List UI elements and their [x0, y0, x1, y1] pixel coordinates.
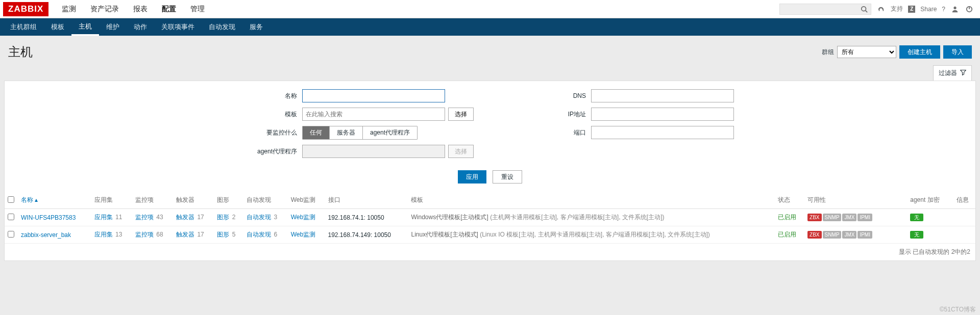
subnav-item[interactable]: 自动发现 [202, 18, 242, 36]
subnav-item[interactable]: 关联项事件 [154, 18, 202, 36]
templates-cell: Linux代理模板[主动模式] (Linux IO 模板[主动], 主机网卡通用… [408, 226, 775, 244]
col-status: 状态 [775, 192, 804, 209]
col-apps: 应用集 [91, 192, 132, 209]
topnav-item[interactable]: 配置 [155, 1, 183, 18]
avail-tag: IPMI [857, 231, 872, 239]
help-link[interactable]: ? [942, 6, 945, 13]
search-icon [860, 5, 869, 14]
power-icon[interactable] [965, 5, 974, 14]
create-host-button[interactable]: 创建主机 [899, 45, 940, 59]
topnav-item[interactable]: 报表 [126, 1, 155, 18]
subnav-item[interactable]: 主机 [71, 18, 99, 36]
group-select[interactable]: 所有 [837, 46, 896, 58]
col-name[interactable]: 名称 [21, 196, 38, 203]
cell-link[interactable]: Web监测 [291, 214, 315, 221]
avail-tag: ZBX [807, 231, 821, 239]
topnav-item[interactable]: 管理 [183, 1, 212, 18]
row-checkbox[interactable] [8, 231, 14, 238]
proxy-input [302, 145, 445, 158]
encryption-badge: 无 [910, 214, 923, 221]
templates-cell: Windows代理模板[主动模式] (主机网卡通用模板[主动], 客户端通用模板… [408, 209, 775, 226]
share-icon: Z [908, 6, 915, 13]
proxy-label: agent代理程序 [246, 147, 302, 156]
table-row: zabbix-server_bak应用集 13监控项 68触发器 17图形 5自… [5, 226, 975, 244]
port-label: 端口 [535, 128, 591, 137]
avail-tag: JMX [842, 231, 856, 239]
col-info: 信息 [953, 192, 975, 209]
filter-form: 名称 模板 选择 要监控什么 任何服务器agent代理程序 agent代理程序 … [5, 81, 975, 192]
top-bar: ZABBIX 监测资产记录报表配置管理 支持 Z Share ? [0, 0, 980, 18]
filter-tab[interactable]: 过滤器 [933, 65, 972, 81]
logo[interactable]: ZABBIX [3, 2, 48, 16]
template-select-button[interactable]: 选择 [448, 108, 474, 121]
monitor-radio-group[interactable]: 任何服务器agent代理程序 [302, 126, 418, 140]
col-encryption: agent 加密 [890, 192, 953, 209]
cell-link[interactable]: 监控项 [135, 214, 154, 221]
monitor-label: 要监控什么 [246, 128, 302, 137]
cell-link[interactable]: 触发器 [176, 214, 194, 221]
global-search[interactable] [779, 4, 871, 15]
dns-input[interactable] [591, 89, 734, 102]
host-name-link[interactable]: zabbix-server_bak [21, 231, 71, 239]
avail-tag: SNMP [823, 214, 842, 221]
cell-link[interactable]: 应用集 [94, 231, 113, 238]
filter-tab-row: 过滤器 [0, 65, 980, 81]
select-all-checkbox[interactable] [8, 196, 14, 203]
topnav-item[interactable]: 资产记录 [83, 1, 126, 18]
cell-link[interactable]: 图形 [217, 214, 229, 221]
dns-label: DNS [535, 92, 591, 99]
hosts-table: 名称 应用集 监控项 触发器 图形 自动发现 Web监测 接口 模板 状态 可用… [5, 192, 975, 244]
main-panel: 名称 模板 选择 要监控什么 任何服务器agent代理程序 agent代理程序 … [4, 81, 976, 261]
col-triggers: 触发器 [173, 192, 214, 209]
row-checkbox[interactable] [8, 214, 14, 220]
cell-link[interactable]: 图形 [217, 231, 229, 238]
template-input[interactable] [302, 108, 445, 121]
avail-tag: SNMP [823, 231, 842, 239]
col-web: Web监测 [288, 192, 325, 209]
table-row: WIN-UFS4PB37583应用集 11监控项 43触发器 17图形 2自动发… [5, 209, 975, 226]
filter-icon [960, 69, 966, 77]
cell-link[interactable]: 自动发现 [247, 231, 271, 238]
cell-link[interactable]: 触发器 [176, 231, 194, 238]
cell-link[interactable]: 自动发现 [247, 214, 271, 221]
support-link[interactable]: 支持 [891, 5, 903, 13]
monitor-option[interactable]: 服务器 [330, 126, 363, 139]
host-name-link[interactable]: WIN-UFS4PB37583 [21, 214, 76, 221]
name-input[interactable] [302, 89, 445, 102]
col-items: 监控项 [132, 192, 173, 209]
subnav-item[interactable]: 主机群组 [3, 18, 44, 36]
iface-cell: 192.168.74.1: 10050 [325, 209, 408, 226]
page-header: 主机 群组 所有 创建主机 导入 [0, 36, 980, 65]
reset-button[interactable]: 重设 [493, 170, 522, 183]
cell-link[interactable]: 监控项 [135, 231, 154, 238]
table-header-row: 名称 应用集 监控项 触发器 图形 自动发现 Web监测 接口 模板 状态 可用… [5, 192, 975, 209]
import-button[interactable]: 导入 [943, 45, 972, 59]
ip-label: IP地址 [535, 110, 591, 119]
monitor-option[interactable]: 任何 [303, 126, 330, 139]
subnav-item[interactable]: 服务 [242, 18, 270, 36]
share-link[interactable]: Share [920, 6, 937, 13]
subnav-item[interactable]: 维护 [99, 18, 127, 36]
subnav-item[interactable]: 模板 [44, 18, 71, 36]
port-input[interactable] [591, 126, 734, 139]
monitor-option[interactable]: agent代理程序 [363, 126, 417, 139]
apply-button[interactable]: 应用 [458, 170, 486, 183]
availability-cell: ZBXSNMPJMXIPMI [807, 231, 872, 239]
user-icon[interactable] [950, 5, 960, 14]
filter-tab-label: 过滤器 [939, 69, 957, 77]
status-link[interactable]: 已启用 [778, 214, 796, 221]
cell-link[interactable]: 应用集 [94, 214, 113, 221]
top-nav: 监测资产记录报表配置管理 [55, 1, 212, 18]
sub-nav: 主机群组模板主机维护动作关联项事件自动发现服务 [0, 18, 980, 36]
col-discovery: 自动发现 [243, 192, 288, 209]
table-footer: 显示 已自动发现的 2中的2 [5, 244, 975, 260]
topnav-item[interactable]: 监测 [55, 1, 83, 18]
subnav-item[interactable]: 动作 [127, 18, 154, 36]
template-label: 模板 [246, 110, 302, 119]
cell-link[interactable]: Web监测 [291, 231, 315, 238]
ip-input[interactable] [591, 108, 734, 121]
status-link[interactable]: 已启用 [778, 231, 796, 238]
col-templates: 模板 [408, 192, 775, 209]
col-iface: 接口 [325, 192, 408, 209]
col-availability: 可用性 [804, 192, 890, 209]
